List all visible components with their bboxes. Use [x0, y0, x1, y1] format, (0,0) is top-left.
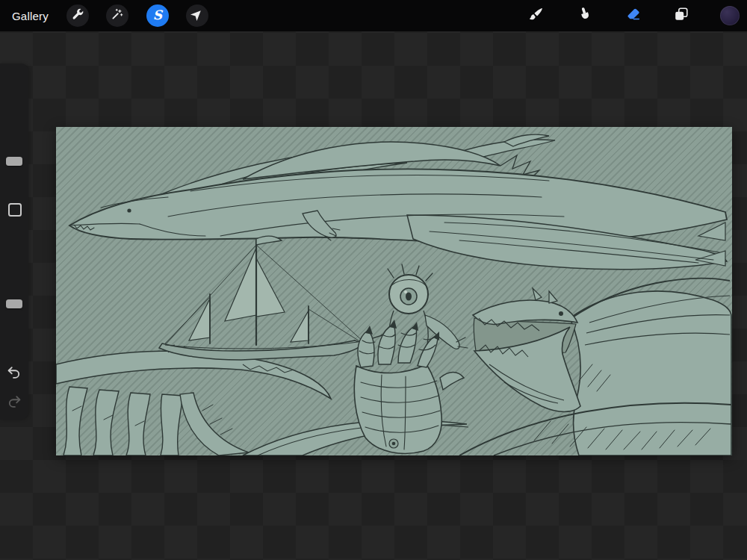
smudge-button[interactable] [574, 4, 596, 27]
gallery-label: Gallery [12, 10, 49, 22]
gallery-button[interactable]: Gallery [12, 0, 49, 31]
selection-s-icon: S [153, 9, 162, 22]
modify-button[interactable] [8, 203, 22, 217]
color-swatch [720, 6, 740, 25]
transform-arrow-icon [190, 7, 204, 24]
sidebar [0, 63, 28, 420]
sketch-leviathan [69, 134, 727, 270]
artwork-sketch [56, 127, 732, 455]
brush-size-slider[interactable] [0, 69, 28, 252]
layers-icon [673, 6, 689, 25]
selection-button[interactable]: S [146, 4, 169, 27]
undo-icon [6, 370, 22, 383]
actions-button[interactable] [66, 4, 89, 27]
sketch-ship [159, 236, 389, 360]
eraser-icon [625, 6, 642, 25]
undo-button[interactable] [6, 364, 22, 381]
opacity-handle[interactable] [6, 299, 22, 308]
app-background: Gallery S [0, 0, 747, 560]
brush-icon [528, 6, 545, 25]
magic-wand-icon [111, 7, 124, 24]
wrench-icon [71, 7, 84, 24]
top-toolbar: Gallery S [0, 0, 747, 31]
layers-button[interactable] [670, 4, 692, 27]
smudge-icon [577, 6, 593, 25]
redo-button[interactable] [6, 393, 22, 410]
erase-button[interactable] [622, 4, 645, 27]
sketch-dragon-head [459, 279, 731, 455]
paint-button[interactable] [525, 4, 548, 27]
opacity-slider[interactable] [0, 255, 28, 359]
artwork-canvas[interactable] [56, 127, 732, 455]
redo-icon [6, 399, 22, 412]
adjustments-button[interactable] [106, 4, 128, 27]
brush-size-handle[interactable] [6, 157, 22, 166]
color-button[interactable] [720, 4, 740, 27]
transform-button[interactable] [186, 4, 208, 27]
